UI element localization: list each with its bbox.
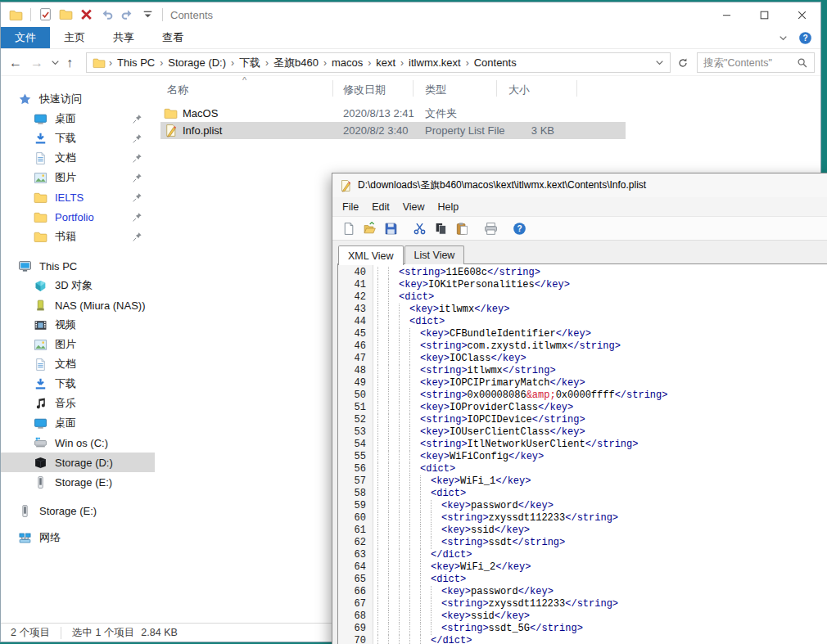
back-icon[interactable]: ← xyxy=(9,49,22,76)
breadcrumb-item[interactable]: macos xyxy=(328,56,367,69)
column-header-type[interactable]: 类型 xyxy=(425,83,446,97)
breadcrumb-item[interactable]: itlwmx.kext xyxy=(404,56,465,69)
refresh-icon[interactable] xyxy=(674,52,692,73)
ribbon-tab-share[interactable]: 共享 xyxy=(99,27,148,48)
tab-list-view[interactable]: List View xyxy=(404,245,465,264)
breadcrumb-item[interactable]: kext xyxy=(372,56,400,69)
undo-arrow-icon[interactable] xyxy=(99,7,115,22)
file-row[interactable]: Info.plist2020/8/2 3:40Property List Fil… xyxy=(160,122,626,139)
ribbon-tab-home[interactable]: 主页 xyxy=(50,27,99,48)
paste-icon[interactable] xyxy=(452,218,472,238)
indent-guide xyxy=(409,586,420,598)
menu-file[interactable]: File xyxy=(336,199,365,215)
column-header-name[interactable]: 名称 xyxy=(167,83,188,97)
sidebar-item[interactable]: 图片 xyxy=(1,335,155,354)
ribbon-tab-view[interactable]: 查看 xyxy=(148,27,197,48)
sidebar-item[interactable]: 书籍 xyxy=(1,227,155,246)
menu-view[interactable]: View xyxy=(396,199,432,215)
sidebar-item[interactable]: 3D 对象 xyxy=(1,276,155,295)
column-divider[interactable] xyxy=(413,80,414,97)
xml-tag: </key> xyxy=(556,328,591,340)
maximize-icon[interactable] xyxy=(745,2,783,27)
save-file-icon[interactable] xyxy=(381,218,400,238)
column-divider[interactable] xyxy=(332,80,333,97)
sidebar-item[interactable]: 下载 xyxy=(1,374,155,394)
search-input[interactable] xyxy=(703,57,797,69)
print-icon[interactable] xyxy=(481,218,500,238)
up-icon[interactable]: ↑ xyxy=(66,49,73,76)
sidebar-item[interactable]: 桌面 xyxy=(1,413,155,433)
redo-arrow-icon[interactable] xyxy=(120,7,135,22)
breadcrumb-item[interactable]: Storage (D:) xyxy=(164,56,230,69)
indent-guide xyxy=(399,365,409,377)
pin-icon[interactable] xyxy=(132,212,142,223)
collapse-ribbon-icon[interactable] xyxy=(778,33,789,43)
xml-tag: <string> xyxy=(441,598,489,610)
indent-guide xyxy=(388,439,399,451)
new-file-icon[interactable] xyxy=(338,218,358,238)
pin-icon[interactable] xyxy=(132,114,142,124)
close-icon[interactable] xyxy=(783,2,820,27)
xml-tag: </key> xyxy=(495,610,530,623)
pin-icon[interactable] xyxy=(132,153,142,164)
sidebar-item[interactable]: 文档 xyxy=(1,148,155,168)
minimize-icon[interactable] xyxy=(707,2,745,27)
pin-icon[interactable] xyxy=(132,133,142,144)
sidebar-item[interactable]: NAS (Miura (NAS)) xyxy=(1,295,155,315)
cut-icon[interactable] xyxy=(409,218,429,238)
properties-check-icon[interactable] xyxy=(38,7,53,22)
forward-icon[interactable]: → xyxy=(30,49,43,76)
menu-help[interactable]: Help xyxy=(432,199,466,215)
sidebar-item[interactable]: IELTS xyxy=(1,187,155,207)
file-row[interactable]: MacOS2020/8/13 2:41文件夹 xyxy=(160,105,626,122)
open-file-icon[interactable] xyxy=(359,218,379,238)
line-number: 61 xyxy=(338,525,373,537)
new-folder-icon[interactable] xyxy=(58,7,74,22)
address-dropdown-icon[interactable] xyxy=(654,57,665,68)
code-line: 63</dict> xyxy=(338,549,827,561)
ribbon-tab-file[interactable]: 文件 xyxy=(1,27,50,48)
pin-icon[interactable] xyxy=(132,232,142,242)
search-icon[interactable] xyxy=(797,57,808,69)
sidebar-item[interactable]: 快速访问 xyxy=(1,89,155,109)
copy-icon[interactable] xyxy=(431,218,450,238)
sidebar-item[interactable]: 图片 xyxy=(1,168,155,187)
indent-guide xyxy=(420,549,431,561)
xml-editor[interactable]: 40<string>11E608c</string>41<key>IOKitPe… xyxy=(337,263,827,644)
customize-dropdown-icon[interactable] xyxy=(140,7,156,22)
breadcrumb-item[interactable]: 圣旗b460 xyxy=(269,56,323,70)
xml-text: IOKitPersonalities xyxy=(428,279,535,291)
column-header-date[interactable]: 修改日期 xyxy=(343,83,386,97)
sidebar-item[interactable]: This PC xyxy=(1,256,155,276)
column-header-size[interactable]: 大小 xyxy=(508,83,530,97)
pin-icon[interactable] xyxy=(132,173,142,183)
breadcrumb-item[interactable]: 下载 xyxy=(235,56,264,70)
breadcrumb-item[interactable]: This PC xyxy=(113,56,159,69)
sidebar-item[interactable]: Portfolio xyxy=(1,207,155,227)
sidebar-item[interactable]: Win os (C:) xyxy=(1,433,155,453)
menu-edit[interactable]: Edit xyxy=(365,199,396,215)
column-divider[interactable] xyxy=(496,80,497,97)
sidebar-item[interactable]: 网络 xyxy=(1,528,155,547)
recent-locations-icon[interactable] xyxy=(50,49,61,76)
sidebar-item[interactable]: 视频 xyxy=(1,315,155,335)
sidebar-item[interactable]: 桌面 xyxy=(1,109,155,128)
line-number: 43 xyxy=(338,304,373,316)
xml-text: WiFiConfig xyxy=(450,451,508,463)
xml-tag: <key> xyxy=(409,304,439,316)
help-icon[interactable]: ? xyxy=(509,218,529,238)
sidebar-item[interactable]: Storage (D:) xyxy=(1,453,155,472)
sidebar-item[interactable]: 音乐 xyxy=(1,394,155,413)
sort-ascending-icon[interactable]: ^ xyxy=(242,75,246,85)
breadcrumb-item[interactable]: Contents xyxy=(470,56,521,69)
pin-icon[interactable] xyxy=(132,192,142,203)
sidebar-item[interactable]: 下载 xyxy=(1,128,155,148)
delete-x-icon[interactable] xyxy=(79,7,94,22)
sidebar-item[interactable]: 文档 xyxy=(1,354,155,374)
tab-xml-view[interactable]: XML View xyxy=(338,245,404,265)
sidebar-item[interactable]: Storage (E:) xyxy=(1,472,155,492)
help-icon[interactable]: ? xyxy=(798,31,812,45)
sidebar-item[interactable]: Storage (E:) xyxy=(1,501,155,520)
column-divider[interactable] xyxy=(576,80,577,97)
xml-tag: <key> xyxy=(420,328,450,340)
